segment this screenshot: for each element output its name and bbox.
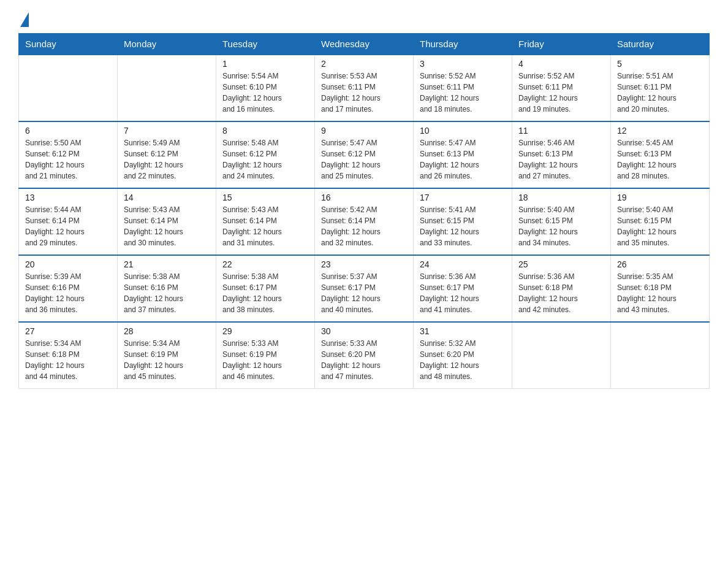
day-number: 8 bbox=[222, 126, 308, 136]
calendar-cell: 23Sunrise: 5:37 AM Sunset: 6:17 PM Dayli… bbox=[315, 255, 414, 322]
logo-triangle-icon bbox=[20, 12, 29, 27]
calendar-cell: 17Sunrise: 5:41 AM Sunset: 6:15 PM Dayli… bbox=[414, 188, 512, 255]
day-info: Sunrise: 5:36 AM Sunset: 6:18 PM Dayligh… bbox=[518, 271, 604, 315]
calendar-cell bbox=[19, 55, 118, 121]
day-number: 19 bbox=[617, 193, 703, 202]
calendar-cell: 22Sunrise: 5:38 AM Sunset: 6:17 PM Dayli… bbox=[216, 255, 315, 322]
day-info: Sunrise: 5:43 AM Sunset: 6:14 PM Dayligh… bbox=[124, 204, 210, 248]
calendar-cell: 5Sunrise: 5:51 AM Sunset: 6:11 PM Daylig… bbox=[611, 55, 710, 121]
weekday-header-sunday: Sunday bbox=[19, 34, 118, 55]
day-info: Sunrise: 5:53 AM Sunset: 6:11 PM Dayligh… bbox=[321, 71, 407, 115]
day-number: 28 bbox=[124, 326, 210, 336]
day-number: 21 bbox=[124, 259, 210, 269]
day-number: 23 bbox=[321, 259, 407, 269]
calendar-cell: 19Sunrise: 5:40 AM Sunset: 6:15 PM Dayli… bbox=[611, 188, 710, 255]
day-info: Sunrise: 5:36 AM Sunset: 6:17 PM Dayligh… bbox=[420, 271, 506, 315]
day-number: 6 bbox=[25, 126, 111, 136]
weekday-header-saturday: Saturday bbox=[611, 34, 710, 55]
calendar-cell: 20Sunrise: 5:39 AM Sunset: 6:16 PM Dayli… bbox=[19, 255, 118, 322]
calendar-cell bbox=[118, 55, 216, 121]
calendar-cell: 29Sunrise: 5:33 AM Sunset: 6:19 PM Dayli… bbox=[216, 322, 315, 389]
calendar-cell: 9Sunrise: 5:47 AM Sunset: 6:12 PM Daylig… bbox=[315, 121, 414, 188]
day-number: 9 bbox=[321, 126, 407, 136]
calendar-cell: 30Sunrise: 5:33 AM Sunset: 6:20 PM Dayli… bbox=[315, 322, 414, 389]
calendar-table: SundayMondayTuesdayWednesdayThursdayFrid… bbox=[18, 33, 710, 389]
calendar-cell: 14Sunrise: 5:43 AM Sunset: 6:14 PM Dayli… bbox=[118, 188, 216, 255]
day-info: Sunrise: 5:48 AM Sunset: 6:12 PM Dayligh… bbox=[222, 137, 308, 182]
day-number: 3 bbox=[420, 59, 506, 69]
day-number: 11 bbox=[518, 126, 604, 136]
weekday-header-friday: Friday bbox=[512, 34, 611, 55]
weekday-header-tuesday: Tuesday bbox=[216, 34, 315, 55]
day-info: Sunrise: 5:33 AM Sunset: 6:19 PM Dayligh… bbox=[222, 338, 308, 382]
day-info: Sunrise: 5:49 AM Sunset: 6:12 PM Dayligh… bbox=[124, 137, 210, 182]
day-number: 7 bbox=[124, 126, 210, 136]
day-number: 15 bbox=[222, 193, 308, 202]
calendar-cell: 24Sunrise: 5:36 AM Sunset: 6:17 PM Dayli… bbox=[414, 255, 512, 322]
day-info: Sunrise: 5:52 AM Sunset: 6:11 PM Dayligh… bbox=[420, 71, 506, 115]
day-number: 27 bbox=[25, 326, 111, 336]
day-info: Sunrise: 5:45 AM Sunset: 6:13 PM Dayligh… bbox=[617, 137, 703, 182]
day-number: 31 bbox=[420, 326, 506, 336]
day-info: Sunrise: 5:50 AM Sunset: 6:12 PM Dayligh… bbox=[25, 137, 111, 182]
day-info: Sunrise: 5:47 AM Sunset: 6:13 PM Dayligh… bbox=[420, 137, 506, 182]
calendar-cell: 16Sunrise: 5:42 AM Sunset: 6:14 PM Dayli… bbox=[315, 188, 414, 255]
weekday-header-thursday: Thursday bbox=[414, 34, 512, 55]
day-info: Sunrise: 5:35 AM Sunset: 6:18 PM Dayligh… bbox=[617, 271, 703, 315]
day-info: Sunrise: 5:32 AM Sunset: 6:20 PM Dayligh… bbox=[420, 338, 506, 382]
day-info: Sunrise: 5:34 AM Sunset: 6:19 PM Dayligh… bbox=[124, 338, 210, 382]
calendar-cell: 31Sunrise: 5:32 AM Sunset: 6:20 PM Dayli… bbox=[414, 322, 512, 389]
day-number: 5 bbox=[617, 59, 703, 69]
calendar-cell: 25Sunrise: 5:36 AM Sunset: 6:18 PM Dayli… bbox=[512, 255, 611, 322]
calendar-cell: 15Sunrise: 5:43 AM Sunset: 6:14 PM Dayli… bbox=[216, 188, 315, 255]
day-info: Sunrise: 5:38 AM Sunset: 6:17 PM Dayligh… bbox=[222, 271, 308, 315]
weekday-header-wednesday: Wednesday bbox=[315, 34, 414, 55]
day-info: Sunrise: 5:37 AM Sunset: 6:17 PM Dayligh… bbox=[321, 271, 407, 315]
calendar-cell: 13Sunrise: 5:44 AM Sunset: 6:14 PM Dayli… bbox=[19, 188, 118, 255]
day-info: Sunrise: 5:40 AM Sunset: 6:15 PM Dayligh… bbox=[518, 204, 604, 248]
calendar-cell: 6Sunrise: 5:50 AM Sunset: 6:12 PM Daylig… bbox=[19, 121, 118, 188]
weekday-header-monday: Monday bbox=[118, 34, 216, 55]
day-number: 20 bbox=[25, 259, 111, 269]
day-number: 30 bbox=[321, 326, 407, 336]
day-number: 17 bbox=[420, 193, 506, 202]
day-info: Sunrise: 5:38 AM Sunset: 6:16 PM Dayligh… bbox=[124, 271, 210, 315]
calendar-cell: 3Sunrise: 5:52 AM Sunset: 6:11 PM Daylig… bbox=[414, 55, 512, 121]
week-row-3: 13Sunrise: 5:44 AM Sunset: 6:14 PM Dayli… bbox=[19, 188, 710, 255]
week-row-4: 20Sunrise: 5:39 AM Sunset: 6:16 PM Dayli… bbox=[19, 255, 710, 322]
day-number: 1 bbox=[222, 59, 308, 69]
weekday-header-row: SundayMondayTuesdayWednesdayThursdayFrid… bbox=[19, 34, 710, 55]
calendar-cell: 4Sunrise: 5:52 AM Sunset: 6:11 PM Daylig… bbox=[512, 55, 611, 121]
day-info: Sunrise: 5:54 AM Sunset: 6:10 PM Dayligh… bbox=[222, 71, 308, 115]
day-info: Sunrise: 5:41 AM Sunset: 6:15 PM Dayligh… bbox=[420, 204, 506, 248]
day-number: 29 bbox=[222, 326, 308, 336]
calendar-cell: 12Sunrise: 5:45 AM Sunset: 6:13 PM Dayli… bbox=[611, 121, 710, 188]
calendar-cell: 10Sunrise: 5:47 AM Sunset: 6:13 PM Dayli… bbox=[414, 121, 512, 188]
day-info: Sunrise: 5:40 AM Sunset: 6:15 PM Dayligh… bbox=[617, 204, 703, 248]
day-info: Sunrise: 5:51 AM Sunset: 6:11 PM Dayligh… bbox=[617, 71, 703, 115]
week-row-1: 1Sunrise: 5:54 AM Sunset: 6:10 PM Daylig… bbox=[19, 55, 710, 121]
day-number: 4 bbox=[518, 59, 604, 69]
calendar-cell: 8Sunrise: 5:48 AM Sunset: 6:12 PM Daylig… bbox=[216, 121, 315, 188]
day-number: 26 bbox=[617, 259, 703, 269]
day-number: 12 bbox=[617, 126, 703, 136]
day-number: 10 bbox=[420, 126, 506, 136]
day-info: Sunrise: 5:52 AM Sunset: 6:11 PM Dayligh… bbox=[518, 71, 604, 115]
day-number: 24 bbox=[420, 259, 506, 269]
logo bbox=[18, 12, 29, 27]
day-number: 13 bbox=[25, 193, 111, 202]
calendar-cell: 26Sunrise: 5:35 AM Sunset: 6:18 PM Dayli… bbox=[611, 255, 710, 322]
calendar-cell: 1Sunrise: 5:54 AM Sunset: 6:10 PM Daylig… bbox=[216, 55, 315, 121]
day-number: 2 bbox=[321, 59, 407, 69]
day-info: Sunrise: 5:43 AM Sunset: 6:14 PM Dayligh… bbox=[222, 204, 308, 248]
day-info: Sunrise: 5:39 AM Sunset: 6:16 PM Dayligh… bbox=[25, 271, 111, 315]
calendar-cell: 28Sunrise: 5:34 AM Sunset: 6:19 PM Dayli… bbox=[118, 322, 216, 389]
day-number: 18 bbox=[518, 193, 604, 202]
day-number: 14 bbox=[124, 193, 210, 202]
day-info: Sunrise: 5:47 AM Sunset: 6:12 PM Dayligh… bbox=[321, 137, 407, 182]
day-info: Sunrise: 5:34 AM Sunset: 6:18 PM Dayligh… bbox=[25, 338, 111, 382]
calendar-cell bbox=[611, 322, 710, 389]
page-header bbox=[18, 12, 710, 27]
calendar-cell: 11Sunrise: 5:46 AM Sunset: 6:13 PM Dayli… bbox=[512, 121, 611, 188]
calendar-cell bbox=[512, 322, 611, 389]
